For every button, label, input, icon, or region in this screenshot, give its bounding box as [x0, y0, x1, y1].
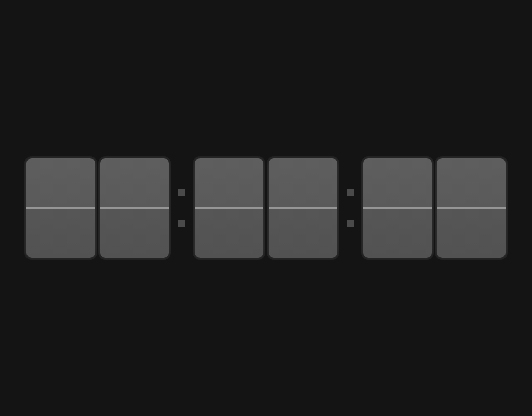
- card-top: [195, 158, 263, 208]
- hours-ones-card: [98, 156, 171, 260]
- separator-dot: [178, 189, 185, 196]
- separator-dot: [347, 189, 354, 196]
- minutes-ones-card: [267, 156, 339, 260]
- card-hinge: [269, 208, 337, 209]
- card-top: [363, 158, 432, 208]
- card-top: [269, 158, 337, 208]
- card-bottom: [26, 208, 95, 258]
- flip-clock: [24, 156, 508, 260]
- minutes-group: [192, 156, 340, 260]
- separator-hm: [171, 156, 192, 260]
- card-top: [437, 158, 506, 208]
- hours-group: [24, 156, 171, 260]
- card-bottom: [437, 208, 506, 258]
- seconds-ones-card: [435, 156, 508, 260]
- card-hinge: [26, 208, 95, 209]
- separator-ms: [340, 156, 361, 260]
- card-hinge: [363, 208, 432, 209]
- seconds-group: [361, 156, 508, 260]
- card-top: [100, 158, 169, 208]
- card-bottom: [100, 208, 169, 258]
- minutes-tens-card: [193, 156, 265, 260]
- seconds-tens-card: [361, 156, 434, 260]
- card-hinge: [195, 208, 263, 209]
- card-bottom: [363, 208, 432, 258]
- separator-dot: [178, 220, 185, 227]
- card-hinge: [437, 208, 506, 209]
- separator-dot: [347, 220, 354, 227]
- hours-tens-card: [24, 156, 97, 260]
- card-bottom: [195, 208, 263, 258]
- card-top: [26, 158, 95, 208]
- card-bottom: [269, 208, 337, 258]
- card-hinge: [100, 208, 169, 209]
